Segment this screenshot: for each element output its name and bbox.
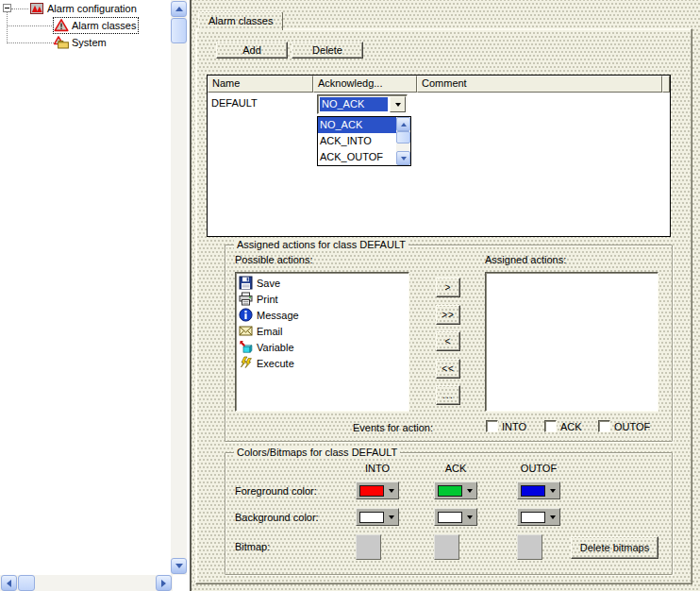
vertical-scroll-thumb[interactable] bbox=[171, 18, 187, 43]
transfer-remove-button[interactable]: < bbox=[436, 331, 460, 351]
dropdown-scrollbar[interactable] bbox=[396, 117, 410, 165]
horizontal-scroll-thumb[interactable] bbox=[18, 575, 35, 591]
delete-bitmaps-label: Delete bitmaps bbox=[580, 542, 649, 553]
foreground-color-outof-dropdown[interactable] bbox=[517, 481, 560, 499]
possible-action-print[interactable]: Print bbox=[236, 291, 408, 307]
scroll-left-button[interactable] bbox=[1, 575, 17, 591]
transfer-options-button[interactable]: ... bbox=[436, 385, 460, 405]
chevron-down-icon bbox=[389, 489, 394, 493]
alarm-classes-tab-page: Add Delete Name Acknowledg... Comment DE… bbox=[195, 28, 692, 584]
background-color-ack-dropdown[interactable] bbox=[434, 508, 477, 526]
color-swatch bbox=[438, 512, 462, 523]
group-title: Assigned actions for class DEFAULT bbox=[234, 239, 408, 250]
row-name-cell[interactable]: DEFAULT bbox=[211, 97, 258, 109]
action-label: Email bbox=[257, 326, 283, 337]
tree-item-label: Alarm configuration bbox=[47, 3, 137, 14]
foreground-color-label: Foreground color: bbox=[235, 485, 317, 497]
delete-button[interactable]: Delete bbox=[292, 42, 363, 59]
possible-action-execute[interactable]: Execute bbox=[236, 355, 408, 371]
tree-collapse-toggle[interactable] bbox=[3, 4, 11, 12]
background-color-into-dropdown[interactable] bbox=[356, 508, 399, 526]
possible-actions-list[interactable]: Save Pri bbox=[235, 272, 409, 412]
possible-actions-label: Possible actions: bbox=[235, 254, 313, 265]
checkbox-label: ACK bbox=[560, 421, 582, 432]
event-checkbox-outof[interactable]: OUTOF bbox=[598, 420, 650, 432]
scroll-right-button[interactable] bbox=[156, 575, 172, 591]
color-swatch bbox=[521, 512, 545, 523]
bitmap-into-button[interactable] bbox=[356, 534, 381, 560]
alarm-classes-table: Name Acknowledg... Comment DEFAULT NO_AC… bbox=[207, 75, 671, 237]
possible-action-save[interactable]: Save bbox=[236, 275, 408, 291]
scroll-up-button[interactable] bbox=[171, 1, 187, 17]
action-label: Message bbox=[257, 310, 299, 321]
column-header-comment[interactable]: Comment bbox=[417, 76, 662, 93]
dropdown-option-ack-into[interactable]: ACK_INTO bbox=[318, 133, 396, 149]
color-swatch bbox=[521, 485, 545, 497]
scroll-up-button[interactable] bbox=[396, 117, 410, 131]
column-header-name[interactable]: Name bbox=[208, 76, 313, 93]
chevron-up-icon bbox=[175, 7, 183, 11]
tab-alarm-classes[interactable]: Alarm classes bbox=[198, 11, 283, 30]
scroll-down-button[interactable] bbox=[396, 151, 410, 165]
transfer-button-label: < bbox=[445, 336, 452, 346]
delete-bitmaps-button[interactable]: Delete bitmaps bbox=[571, 536, 658, 559]
background-color-label: Background color: bbox=[235, 512, 319, 523]
column-label-into: INTO bbox=[356, 463, 399, 474]
transfer-add-all-button[interactable]: >> bbox=[436, 305, 460, 325]
execute-icon bbox=[239, 356, 253, 370]
message-icon bbox=[239, 308, 253, 322]
transfer-add-button[interactable]: > bbox=[436, 278, 460, 297]
print-icon bbox=[239, 292, 253, 306]
chevron-down-icon bbox=[395, 103, 401, 107]
checkbox-icon[interactable] bbox=[598, 420, 610, 432]
alarm-classes-icon bbox=[54, 18, 69, 33]
checkbox-icon[interactable] bbox=[486, 420, 498, 432]
chevron-down-icon bbox=[550, 515, 556, 519]
dropdown-option-ack-outof[interactable]: ACK_OUTOF bbox=[318, 149, 396, 165]
event-checkbox-into[interactable]: INTO bbox=[486, 420, 526, 432]
foreground-color-ack-dropdown[interactable] bbox=[434, 481, 477, 499]
group-title: Colors/Bitmaps for class DEFAULT bbox=[234, 447, 400, 458]
detail-panel: Alarm classes Add Delete Name Acknowledg… bbox=[192, 0, 700, 591]
assigned-actions-list[interactable] bbox=[485, 272, 658, 412]
tree-item-alarm-configuration[interactable]: Alarm configuration bbox=[28, 0, 140, 17]
event-checkbox-ack[interactable]: ACK bbox=[544, 420, 582, 432]
tree-vertical-scrollbar[interactable] bbox=[171, 0, 187, 575]
possible-action-email[interactable]: Email bbox=[236, 323, 408, 339]
bitmap-outof-button[interactable] bbox=[517, 534, 542, 560]
email-icon bbox=[239, 324, 253, 338]
background-color-outof-dropdown[interactable] bbox=[517, 508, 560, 526]
chevron-up-icon bbox=[401, 123, 407, 127]
column-header-acknowledgement[interactable]: Acknowledg... bbox=[313, 76, 417, 93]
checkbox-label: INTO bbox=[502, 421, 526, 432]
transfer-remove-all-button[interactable]: << bbox=[436, 359, 460, 379]
bitmap-ack-button[interactable] bbox=[434, 534, 459, 560]
tree-item-system[interactable]: System bbox=[53, 34, 109, 51]
variable-icon bbox=[239, 340, 253, 354]
acknowledgement-combobox[interactable]: NO_ACK bbox=[317, 94, 408, 114]
dropdown-option-no-ack[interactable]: NO_ACK bbox=[318, 117, 396, 133]
color-swatch bbox=[359, 485, 384, 497]
combobox-selected-value: NO_ACK bbox=[320, 97, 388, 111]
checkbox-icon[interactable] bbox=[544, 420, 557, 432]
add-button[interactable]: Add bbox=[216, 42, 288, 59]
possible-action-message[interactable]: Message bbox=[236, 307, 408, 323]
checkbox-label: OUTOF bbox=[614, 421, 650, 432]
tree-horizontal-scrollbar[interactable] bbox=[0, 575, 173, 591]
foreground-color-into-dropdown[interactable] bbox=[356, 481, 399, 499]
navigation-tree-panel: Alarm configuration Alarm classes bbox=[0, 0, 190, 591]
action-label: Execute bbox=[257, 358, 294, 369]
chevron-down-icon bbox=[550, 489, 556, 493]
combobox-dropdown-button[interactable] bbox=[390, 96, 406, 112]
tree-item-alarm-classes[interactable]: Alarm classes bbox=[53, 17, 139, 34]
chevron-down-icon bbox=[175, 564, 183, 568]
alarm-configuration-icon bbox=[29, 1, 44, 16]
scroll-down-button[interactable] bbox=[171, 558, 187, 574]
assigned-actions-label: Assigned actions: bbox=[485, 254, 566, 265]
colors-bitmaps-group: Colors/Bitmaps for class DEFAULT INTO AC… bbox=[225, 452, 673, 575]
possible-action-variable[interactable]: Variable bbox=[236, 339, 408, 355]
tree-connector bbox=[8, 42, 54, 43]
add-button-label: Add bbox=[242, 44, 261, 56]
assigned-actions-group: Assigned actions for class DEFAULT Possi… bbox=[225, 245, 673, 442]
dropdown-scroll-thumb[interactable] bbox=[396, 131, 410, 144]
